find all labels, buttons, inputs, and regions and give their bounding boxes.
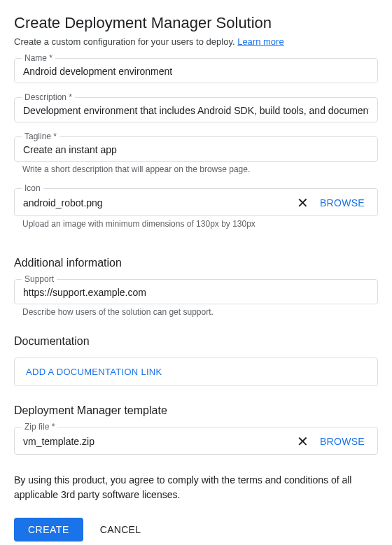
zip-file-field[interactable]: Zip file * ✕ BROWSE <box>14 427 378 455</box>
name-input[interactable] <box>23 66 369 77</box>
tagline-label: Tagline * <box>22 132 59 141</box>
icon-field[interactable]: Icon ✕ BROWSE <box>14 188 378 216</box>
browse-zip-button[interactable]: BROWSE <box>316 436 369 447</box>
name-label: Name * <box>22 53 55 63</box>
support-helper: Describe how users of the solution can g… <box>14 307 378 317</box>
create-button[interactable]: CREATE <box>14 518 83 542</box>
description-label: Description * <box>22 92 75 102</box>
cancel-button[interactable]: CANCEL <box>100 524 141 535</box>
zip-file-label: Zip file * <box>22 422 57 432</box>
icon-label: Icon <box>22 183 43 193</box>
support-field[interactable]: Support <box>14 279 378 304</box>
additional-info-header: Additional information <box>14 257 378 269</box>
support-label: Support <box>22 274 57 284</box>
page-title: Create Deployment Manager Solution <box>14 14 378 32</box>
documentation-header: Documentation <box>14 335 378 348</box>
add-documentation-link-button[interactable]: ADD A DOCUMENTATION LINK <box>14 358 378 386</box>
action-row: CREATE CANCEL <box>14 518 378 542</box>
name-field[interactable]: Name * <box>14 58 378 83</box>
zip-file-input[interactable] <box>23 436 290 447</box>
close-icon[interactable]: ✕ <box>296 434 310 448</box>
icon-input[interactable] <box>23 197 290 208</box>
description-field[interactable]: Description * <box>14 97 378 122</box>
tagline-helper: Write a short description that will appe… <box>14 164 378 174</box>
template-header: Deployment Manager template <box>14 404 378 417</box>
tagline-input[interactable] <box>23 144 369 155</box>
browse-icon-button[interactable]: BROWSE <box>316 197 369 208</box>
icon-helper: Upload an image with minimum dimensions … <box>14 219 378 229</box>
close-icon[interactable]: ✕ <box>296 196 310 210</box>
tagline-field[interactable]: Tagline * <box>14 136 378 162</box>
page-subtitle: Create a custom configuration for your u… <box>14 36 378 47</box>
learn-more-link[interactable]: Learn more <box>237 36 284 47</box>
description-input[interactable] <box>23 105 369 116</box>
support-input[interactable] <box>23 287 369 298</box>
terms-text: By using this product, you agree to comp… <box>14 473 378 502</box>
subtitle-text: Create a custom configuration for your u… <box>14 36 237 47</box>
